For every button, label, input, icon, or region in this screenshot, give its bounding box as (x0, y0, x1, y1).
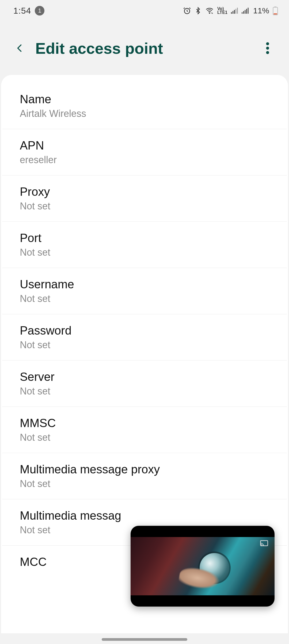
alarm-icon (183, 7, 191, 15)
setting-label: MMSC (20, 416, 269, 430)
pip-video-window[interactable] (131, 526, 275, 607)
setting-label: APN (20, 139, 269, 152)
setting-value: Not set (20, 478, 269, 489)
setting-label: Server (20, 370, 269, 384)
status-time: 1:54 (13, 6, 31, 16)
more-vert-icon (266, 42, 269, 54)
setting-value: Not set (20, 247, 269, 258)
setting-item-password[interactable]: Password Not set (2, 314, 287, 361)
signal-1-icon (231, 7, 238, 14)
battery-percent: 11% (253, 6, 269, 15)
app-bar: Edit access point (0, 21, 289, 75)
more-options-button[interactable] (260, 40, 276, 56)
setting-label: Username (20, 278, 269, 291)
setting-item-apn[interactable]: APN ereseller (2, 129, 287, 175)
cast-icon[interactable] (260, 540, 268, 546)
setting-value: ereseller (20, 154, 269, 166)
setting-item-mms-proxy[interactable]: Multimedia message proxy Not set (2, 453, 287, 499)
svg-rect-4 (274, 13, 277, 14)
setting-value: Not set (20, 386, 269, 397)
setting-value: Not set (20, 339, 269, 351)
setting-item-username[interactable]: Username Not set (2, 268, 287, 314)
signal-2-icon (241, 7, 249, 14)
status-bar: 1:54 1 Vo)LTE1 11% (0, 0, 289, 21)
setting-value: Not set (20, 201, 269, 212)
setting-label: Password (20, 324, 269, 337)
status-right: Vo)LTE1 11% (183, 6, 278, 15)
setting-item-port[interactable]: Port Not set (2, 222, 287, 268)
setting-item-proxy[interactable]: Proxy Not set (2, 175, 287, 222)
setting-value: Airtalk Wireless (20, 108, 269, 119)
setting-value: Not set (20, 432, 269, 443)
back-button[interactable] (13, 42, 26, 55)
setting-label: Proxy (20, 185, 269, 198)
gesture-nav-bar[interactable] (102, 638, 187, 641)
volte-icon: Vo)LTE1 (217, 7, 227, 14)
bluetooth-icon (194, 7, 202, 15)
setting-item-name[interactable]: Name Airtalk Wireless (2, 83, 287, 129)
setting-value: Not set (20, 293, 269, 304)
setting-item-server[interactable]: Server Not set (2, 361, 287, 407)
svg-point-5 (266, 42, 269, 45)
svg-point-1 (209, 13, 210, 14)
wifi-icon (205, 7, 214, 15)
setting-label: Name (20, 93, 269, 106)
svg-point-6 (266, 47, 269, 50)
chevron-left-icon (15, 42, 25, 55)
battery-icon (272, 6, 278, 15)
setting-label: Multimedia message proxy (20, 463, 269, 476)
svg-point-7 (266, 51, 269, 54)
setting-label: Port (20, 231, 269, 245)
setting-label: Multimedia messag (20, 509, 269, 522)
page-title: Edit access point (35, 39, 250, 57)
setting-item-mmsc[interactable]: MMSC Not set (2, 407, 287, 453)
notification-count-badge: 1 (35, 6, 44, 16)
pip-video-frame (131, 537, 275, 595)
svg-rect-3 (274, 6, 277, 7)
status-left: 1:54 1 (13, 6, 44, 16)
